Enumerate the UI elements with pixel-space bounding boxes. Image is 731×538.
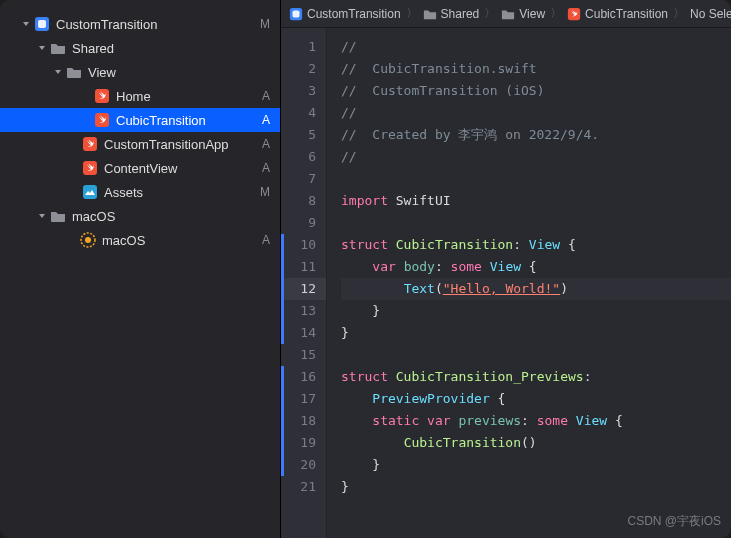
tree-item-label: ContentView (104, 161, 256, 176)
code-line[interactable]: Text("Hello, World!") (341, 278, 731, 300)
editor-pane: CustomTransition〉Shared〉View〉CubicTransi… (280, 0, 731, 538)
line-number: 16 (281, 366, 326, 388)
line-number: 9 (281, 212, 326, 234)
line-number: 15 (281, 344, 326, 366)
tree-item-view[interactable]: View (0, 60, 280, 84)
scm-badge: A (262, 113, 270, 127)
tree-item-customtransition[interactable]: CustomTransitionM (0, 12, 280, 36)
code-line[interactable]: } (341, 300, 731, 322)
folder-icon (50, 208, 66, 224)
tree-item-label: CustomTransitionApp (104, 137, 256, 152)
line-number: 20 (281, 454, 326, 476)
line-gutter: 123456789101112131415161718192021 (281, 28, 327, 538)
code-line[interactable]: } (341, 454, 731, 476)
breadcrumb-item[interactable]: View (501, 7, 545, 21)
chevron-right-icon: 〉 (484, 5, 496, 22)
scm-badge: A (262, 137, 270, 151)
tree-item-customtransitionapp[interactable]: CustomTransitionAppA (0, 132, 280, 156)
code-line[interactable] (341, 212, 731, 234)
scm-badge: A (262, 89, 270, 103)
tree-item-assets[interactable]: AssetsM (0, 180, 280, 204)
tree-item-shared[interactable]: Shared (0, 36, 280, 60)
line-number: 19 (281, 432, 326, 454)
breadcrumb[interactable]: CustomTransition〉Shared〉View〉CubicTransi… (281, 0, 731, 28)
chevron-right-icon: 〉 (406, 5, 418, 22)
swift-icon (82, 160, 98, 176)
assets-icon (82, 184, 98, 200)
code-line[interactable]: // (341, 146, 731, 168)
line-number: 5 (281, 124, 326, 146)
code-line[interactable]: // CubicTransition.swift (341, 58, 731, 80)
line-number: 17 (281, 388, 326, 410)
tree-item-label: macOS (102, 233, 256, 248)
line-number: 13 (281, 300, 326, 322)
breadcrumb-item[interactable]: CubicTransition (567, 7, 668, 21)
code-line[interactable]: } (341, 322, 731, 344)
line-number: 12 (281, 278, 326, 300)
code-line[interactable]: // (341, 102, 731, 124)
code-line[interactable]: } (341, 476, 731, 498)
tree-item-contentview[interactable]: ContentViewA (0, 156, 280, 180)
code-line[interactable]: var body: some View { (341, 256, 731, 278)
code-line[interactable]: struct CubicTransition_Previews: (341, 366, 731, 388)
breadcrumb-item[interactable]: No Select... (690, 7, 731, 21)
tree-item-label: Assets (104, 185, 254, 200)
scm-badge: M (260, 185, 270, 199)
line-number: 6 (281, 146, 326, 168)
code-line[interactable]: // CustomTransition (iOS) (341, 80, 731, 102)
entitle-icon (80, 232, 96, 248)
tree-item-label: macOS (72, 209, 270, 224)
code-line[interactable]: // (341, 36, 731, 58)
line-number: 3 (281, 80, 326, 102)
code-line[interactable]: PreviewProvider { (341, 388, 731, 410)
tree-item-cubictransition[interactable]: CubicTransitionA (0, 108, 280, 132)
chevron-down-icon[interactable] (52, 66, 64, 78)
chevron-down-icon[interactable] (20, 18, 32, 30)
folder-icon (423, 7, 437, 21)
breadcrumb-label: View (519, 7, 545, 21)
swift-icon (94, 88, 110, 104)
line-number: 18 (281, 410, 326, 432)
line-number: 14 (281, 322, 326, 344)
line-number: 2 (281, 58, 326, 80)
scm-badge: A (262, 233, 270, 247)
swift-icon (82, 136, 98, 152)
tree-item-label: Shared (72, 41, 270, 56)
breadcrumb-label: Shared (441, 7, 480, 21)
line-number: 21 (281, 476, 326, 498)
code-line[interactable]: CubicTransition() (341, 432, 731, 454)
tree-item-macos[interactable]: macOS (0, 204, 280, 228)
line-number: 11 (281, 256, 326, 278)
code-editor[interactable]: 123456789101112131415161718192021 //// C… (281, 28, 731, 538)
chevron-down-icon[interactable] (36, 42, 48, 54)
watermark: CSDN @宇夜iOS (627, 510, 721, 532)
app-icon (34, 16, 50, 32)
code-line[interactable]: struct CubicTransition: View { (341, 234, 731, 256)
breadcrumb-label: CustomTransition (307, 7, 401, 21)
code-line[interactable]: import SwiftUI (341, 190, 731, 212)
code-line[interactable]: static var previews: some View { (341, 410, 731, 432)
folder-icon (50, 40, 66, 56)
chevron-down-icon[interactable] (36, 210, 48, 222)
line-number: 1 (281, 36, 326, 58)
swift-icon (567, 7, 581, 21)
code-area[interactable]: //// CubicTransition.swift// CustomTrans… (327, 28, 731, 538)
tree-item-label: CustomTransition (56, 17, 254, 32)
tree-item-home[interactable]: HomeA (0, 84, 280, 108)
tree-item-label: Home (116, 89, 256, 104)
line-number: 4 (281, 102, 326, 124)
folder-icon (501, 7, 515, 21)
breadcrumb-item[interactable]: Shared (423, 7, 480, 21)
swift-icon (94, 112, 110, 128)
folder-icon (66, 64, 82, 80)
code-line[interactable] (341, 344, 731, 366)
breadcrumb-item[interactable]: CustomTransition (289, 7, 401, 21)
code-line[interactable]: // Created by 李宇鸿 on 2022/9/4. (341, 124, 731, 146)
line-number: 8 (281, 190, 326, 212)
tree-item-label: CubicTransition (116, 113, 256, 128)
breadcrumb-label: No Select... (690, 7, 731, 21)
code-line[interactable] (341, 168, 731, 190)
project-navigator[interactable]: CustomTransitionMSharedViewHomeACubicTra… (0, 0, 280, 538)
scm-badge: A (262, 161, 270, 175)
tree-item-macos[interactable]: macOSA (0, 228, 280, 252)
